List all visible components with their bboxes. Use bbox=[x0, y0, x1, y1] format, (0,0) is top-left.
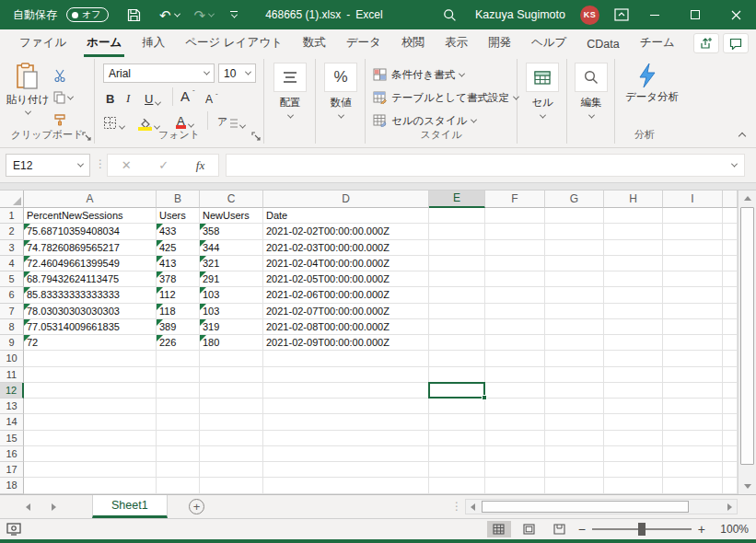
cell-F3[interactable] bbox=[485, 240, 545, 256]
row-header-15[interactable]: 15 bbox=[0, 431, 24, 446]
tab-home[interactable]: ホーム bbox=[76, 29, 132, 57]
cell-partial-4[interactable] bbox=[723, 256, 738, 272]
zoom-slider[interactable] bbox=[592, 528, 692, 530]
cell-C11[interactable] bbox=[200, 367, 263, 383]
ribbon-display-options-button[interactable] bbox=[609, 0, 634, 29]
cell-G5[interactable] bbox=[545, 272, 604, 287]
cell-D16[interactable] bbox=[263, 446, 429, 462]
redo-button[interactable]: ↷ bbox=[189, 0, 220, 29]
column-header-I[interactable]: I bbox=[663, 191, 723, 208]
row-header-5[interactable]: 5 bbox=[0, 272, 24, 287]
cell-partial-6[interactable] bbox=[723, 287, 738, 303]
cell-D18[interactable] bbox=[263, 478, 429, 493]
cell-F18[interactable] bbox=[485, 478, 545, 493]
cell-D6[interactable]: 2021-02-06T00:00:00.000Z bbox=[263, 287, 429, 303]
cell-partial-17[interactable] bbox=[723, 462, 738, 478]
cell-F10[interactable] bbox=[485, 351, 545, 366]
cell-D5[interactable]: 2021-02-05T00:00:00.000Z bbox=[263, 272, 429, 287]
cells-button[interactable]: セル bbox=[526, 63, 559, 119]
cell-C8[interactable]: 319 bbox=[200, 319, 263, 335]
cell-G3[interactable] bbox=[545, 240, 604, 256]
cell-F6[interactable] bbox=[485, 287, 545, 303]
cell-B11[interactable] bbox=[157, 367, 200, 383]
cell-C1[interactable]: NewUsers bbox=[200, 208, 263, 224]
cell-I18[interactable] bbox=[663, 478, 723, 493]
cell-A5[interactable]: 68.79432624113475 bbox=[24, 272, 157, 287]
cell-E3[interactable] bbox=[429, 240, 485, 256]
fill-color-button[interactable] bbox=[138, 111, 159, 130]
cell-H6[interactable] bbox=[604, 287, 663, 303]
cell-F4[interactable] bbox=[485, 256, 545, 272]
cell-G1[interactable] bbox=[545, 208, 604, 224]
cell-D7[interactable]: 2021-02-07T00:00:00.000Z bbox=[263, 304, 429, 319]
cell-E1[interactable] bbox=[429, 208, 485, 224]
cell-B4[interactable]: 413 bbox=[157, 256, 200, 272]
cell-F14[interactable] bbox=[485, 414, 545, 430]
row-header-2[interactable]: 2 bbox=[0, 224, 24, 239]
formula-bar-expand-icon[interactable] bbox=[731, 161, 738, 168]
splitter-dots-icon[interactable]: ⋮ bbox=[451, 500, 462, 513]
column-header-C[interactable]: C bbox=[200, 191, 263, 208]
cell-B17[interactable] bbox=[157, 462, 200, 478]
number-format-button[interactable]: % 数値 bbox=[324, 63, 357, 119]
cell-E9[interactable] bbox=[429, 335, 485, 351]
view-normal-button[interactable] bbox=[487, 521, 511, 537]
font-color-button[interactable]: A bbox=[176, 110, 193, 128]
scroll-right-button[interactable] bbox=[723, 500, 737, 514]
cell-partial-3[interactable] bbox=[723, 240, 738, 256]
cell-partial-16[interactable] bbox=[723, 446, 738, 462]
cell-partial-10[interactable] bbox=[723, 351, 738, 366]
format-painter-button[interactable] bbox=[53, 110, 66, 129]
cell-C14[interactable] bbox=[200, 414, 263, 430]
cell-C12[interactable] bbox=[200, 383, 263, 399]
tab-data[interactable]: データ bbox=[336, 29, 391, 57]
cell-partial-15[interactable] bbox=[723, 431, 738, 446]
tab-view[interactable]: 表示 bbox=[435, 29, 478, 57]
cell-I2[interactable] bbox=[663, 224, 723, 239]
cell-E13[interactable] bbox=[429, 399, 485, 414]
cell-A2[interactable]: 75.68710359408034 bbox=[24, 224, 157, 239]
cell-D8[interactable]: 2021-02-08T00:00:00.000Z bbox=[263, 319, 429, 335]
cell-H3[interactable] bbox=[604, 240, 663, 256]
cell-E5[interactable] bbox=[429, 272, 485, 287]
cell-I13[interactable] bbox=[663, 399, 723, 414]
row-header-1[interactable]: 1 bbox=[0, 208, 24, 224]
row-header-18[interactable]: 18 bbox=[0, 478, 24, 493]
dialog-launcher-icon[interactable] bbox=[251, 132, 261, 141]
cell-G12[interactable] bbox=[545, 383, 604, 399]
row-header-6[interactable]: 6 bbox=[0, 287, 24, 303]
select-all-button[interactable] bbox=[0, 191, 24, 208]
cell-H13[interactable] bbox=[604, 399, 663, 414]
minimize-button[interactable] bbox=[634, 0, 675, 29]
paste-button[interactable]: 貼り付け bbox=[7, 63, 48, 115]
cell-A6[interactable]: 85.83333333333333 bbox=[24, 287, 157, 303]
scroll-up-button[interactable] bbox=[739, 191, 756, 206]
cell-B6[interactable]: 112 bbox=[157, 287, 200, 303]
scroll-down-button[interactable] bbox=[739, 479, 756, 494]
cell-A12[interactable] bbox=[24, 383, 157, 399]
cell-A14[interactable] bbox=[24, 414, 157, 430]
cell-G11[interactable] bbox=[545, 367, 604, 383]
cell-H18[interactable] bbox=[604, 478, 663, 493]
alignment-button[interactable]: 配置 bbox=[273, 63, 307, 119]
row-header-16[interactable]: 16 bbox=[0, 446, 24, 462]
cell-H10[interactable] bbox=[604, 351, 663, 366]
column-header-A[interactable]: A bbox=[24, 191, 157, 208]
cell-G9[interactable] bbox=[545, 335, 604, 351]
cell-B3[interactable]: 425 bbox=[157, 240, 200, 256]
cell-H16[interactable] bbox=[604, 446, 663, 462]
cell-D10[interactable] bbox=[263, 351, 429, 366]
cell-F11[interactable] bbox=[485, 367, 545, 383]
cell-D13[interactable] bbox=[263, 399, 429, 414]
cell-B5[interactable]: 378 bbox=[157, 272, 200, 287]
cell-C18[interactable] bbox=[200, 478, 263, 493]
decrease-font-size-button[interactable]: A ˇ bbox=[205, 87, 218, 106]
cell-H12[interactable] bbox=[604, 383, 663, 399]
cell-partial-11[interactable] bbox=[723, 367, 738, 383]
cell-G16[interactable] bbox=[545, 446, 604, 462]
cell-A1[interactable]: PercentNewSessions bbox=[24, 208, 157, 224]
cell-G13[interactable] bbox=[545, 399, 604, 414]
column-header-H[interactable]: H bbox=[604, 191, 663, 208]
data-analysis-button[interactable]: データ分析 bbox=[624, 63, 670, 103]
cell-C13[interactable] bbox=[200, 399, 263, 414]
